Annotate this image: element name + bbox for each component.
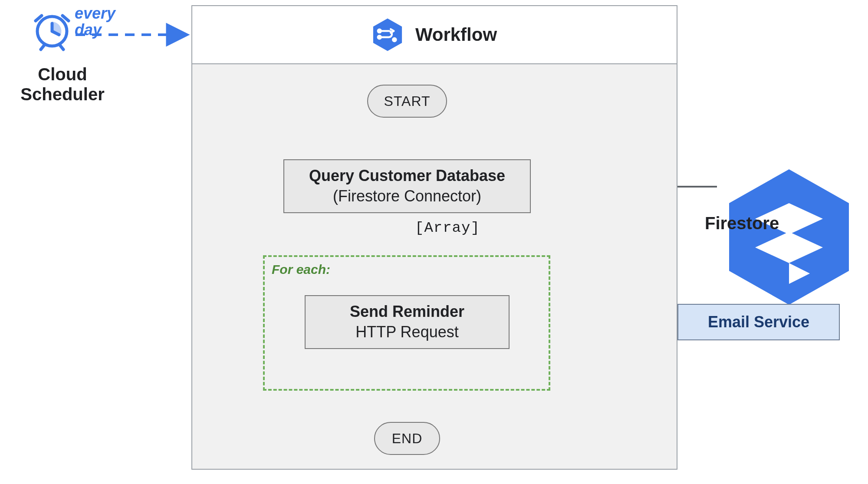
query-customer-database-step: Query Customer Database (Firestore Conne… <box>283 159 531 213</box>
workflow-header: Workflow <box>192 6 677 64</box>
start-node: START <box>367 85 447 118</box>
array-output-label: [Array] <box>415 220 480 236</box>
cloud-scheduler-label: Cloud Scheduler <box>6 64 119 104</box>
query-step-subtitle: (Firestore Connector) <box>333 186 481 207</box>
svg-point-4 <box>393 38 396 41</box>
workflow-container: Workflow <box>191 5 677 470</box>
send-step-subtitle: HTTP Request <box>355 322 458 342</box>
trigger-frequency-label: every day <box>75 5 115 38</box>
send-reminder-step: Send Reminder HTTP Request <box>305 295 510 349</box>
email-service-box: Email Service <box>677 304 840 340</box>
firestore-icon <box>724 164 854 310</box>
workflow-title: Workflow <box>415 24 497 45</box>
svg-point-2 <box>378 30 381 33</box>
query-step-title: Query Customer Database <box>309 166 505 186</box>
for-each-label: For each: <box>272 262 330 277</box>
end-label: END <box>392 431 423 447</box>
end-node: END <box>374 422 440 455</box>
send-step-title: Send Reminder <box>350 302 464 322</box>
workflow-icon <box>372 17 403 53</box>
cloud-scheduler-icon <box>32 6 72 54</box>
svg-marker-1 <box>373 19 402 51</box>
svg-point-3 <box>378 36 381 39</box>
start-label: START <box>384 93 431 109</box>
firestore-label: Firestore <box>705 214 779 233</box>
email-service-label: Email Service <box>708 313 809 331</box>
